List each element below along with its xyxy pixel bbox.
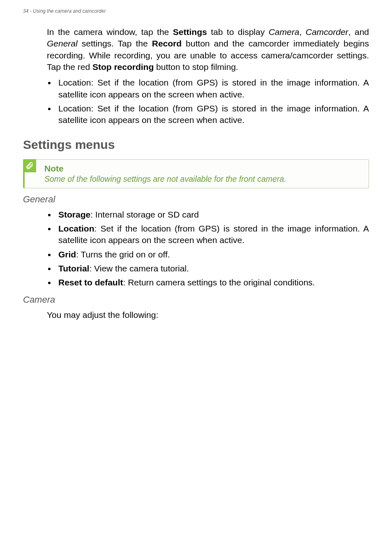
list-item: Location: Set if the location (from GPS)… xyxy=(56,77,369,100)
list-item: Storage: Internal storage or SD card xyxy=(56,209,369,220)
camera-paragraph: You may adjust the following: xyxy=(47,309,369,321)
list-item: Location: Set if the location (from GPS)… xyxy=(56,103,369,126)
list-item: Location: Set if the location (from GPS)… xyxy=(56,223,369,246)
note-title: Note xyxy=(44,164,363,174)
page-number: 34 xyxy=(23,8,28,14)
camera-heading: Camera xyxy=(23,294,369,305)
settings-menus-heading: Settings menus xyxy=(23,138,369,152)
intro-paragraph: In the camera window, tap the Settings t… xyxy=(47,26,369,73)
list-item: Grid: Turns the grid on or off. xyxy=(56,249,369,260)
list-item: Tutorial: View the camera tutorial. xyxy=(56,263,369,274)
general-list: Storage: Internal storage or SD card Loc… xyxy=(47,209,369,289)
intro-bullets: Location: Set if the location (from GPS)… xyxy=(47,77,369,126)
clip-icon xyxy=(23,159,36,172)
list-item: Reset to default: Return camera settings… xyxy=(56,277,369,288)
general-heading: General xyxy=(23,194,369,205)
section-label: Using the camera and camcorder xyxy=(33,8,106,14)
note-body: Some of the following settings are not a… xyxy=(44,174,363,184)
note-box: Note Some of the following settings are … xyxy=(23,159,369,188)
page-header: 34 - Using the camera and camcorder xyxy=(23,8,369,14)
page: 34 - Using the camera and camcorder In t… xyxy=(0,0,392,341)
